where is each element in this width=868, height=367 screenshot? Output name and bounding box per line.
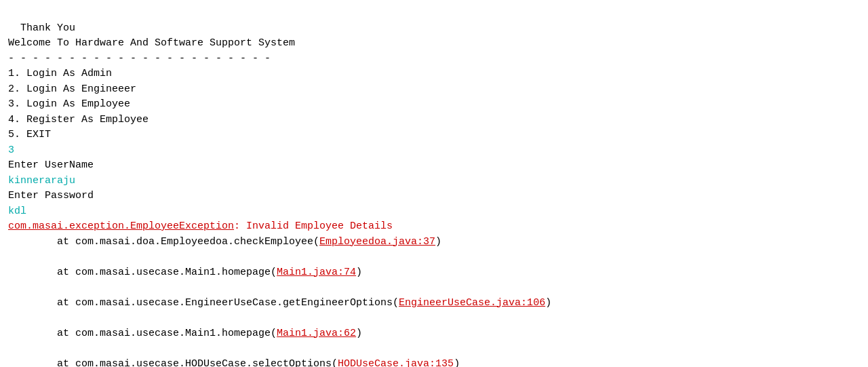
terminal-output: Thank You Welcome To Hardware And Softwa… (8, 5, 860, 367)
stack-line-2: at com.masai.usecase.EngineerUseCase.get… (8, 296, 860, 311)
welcome-line: Welcome To Hardware And Software Support… (8, 37, 295, 49)
prompt-password: Enter Password (8, 190, 94, 201)
exception-class: com.masai.exception.EmployeeException (8, 220, 234, 232)
stack-line-1: at com.masai.usecase.Main1.homepage(Main… (8, 265, 860, 281)
menu-item-1: 1. Login As Admin (8, 68, 112, 79)
separator-line: - - - - - - - - - - - - - - - - - - - - … (8, 53, 271, 64)
stack-line-4: at com.masai.usecase.HODUseCase.selectOp… (8, 357, 860, 368)
password-input-value: kdl (8, 206, 26, 217)
stack-line-3: at com.masai.usecase.Main1.homepage(Main… (8, 326, 860, 342)
stack-line-0: at com.masai.doa.Employeedoa.checkEmploy… (8, 235, 860, 250)
username-input-value: kinneraraju (8, 175, 75, 187)
stack-link-4: HODUseCase.java:135 (338, 358, 454, 368)
menu-item-3: 3. Login As Employee (8, 98, 130, 110)
menu-item-4: 4. Register As Employee (8, 114, 149, 125)
thank-you-line: Thank You (20, 22, 75, 34)
prompt-username: Enter UserName (8, 159, 94, 171)
stack-link-3: Main1.java:62 (277, 328, 356, 339)
stack-link-0: Employeedoa.java:37 (319, 236, 435, 248)
menu-item-2: 2. Login As Engineeer (8, 83, 136, 95)
user-choice-input: 3 (8, 144, 14, 156)
stack-link-1: Main1.java:74 (277, 267, 356, 278)
stack-link-2: EngineerUseCase.java:106 (399, 297, 545, 309)
exception-line: com.masai.exception.EmployeeException: I… (8, 220, 393, 232)
menu-item-5: 5. EXIT (8, 129, 51, 140)
